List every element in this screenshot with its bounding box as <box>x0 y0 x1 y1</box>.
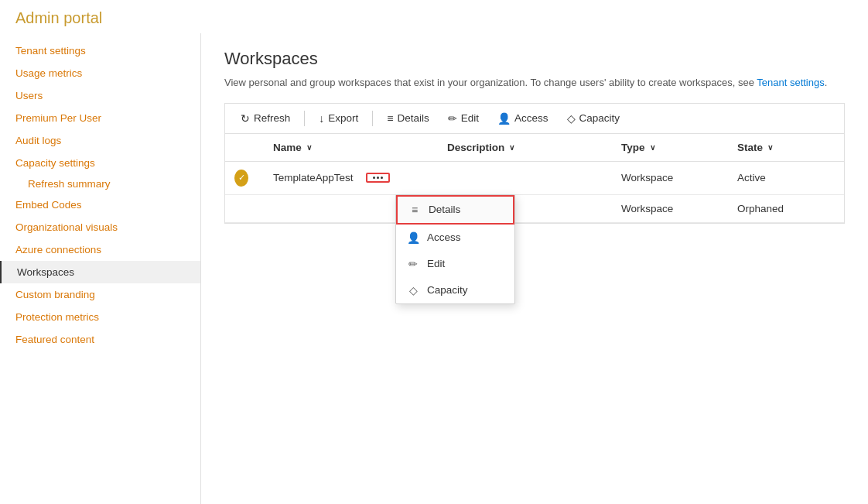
tenant-settings-link[interactable]: Tenant settings <box>757 77 824 88</box>
row2-state-cell: Orphaned <box>728 195 844 222</box>
refresh-button[interactable]: ↻ Refresh <box>233 108 298 129</box>
table-row: Workspace Orphaned <box>225 195 844 223</box>
sidebar-item-workspaces[interactable]: Workspaces <box>0 261 200 283</box>
sidebar-item-tenant-settings[interactable]: Tenant settings <box>0 39 200 62</box>
workspaces-table: Name ∨ Description ∨ Type ∨ State ∨ <box>224 133 845 224</box>
edit-icon: ✏ <box>448 112 457 125</box>
row1-state-cell: Active <box>728 162 844 194</box>
row2-type-cell: Workspace <box>612 195 728 222</box>
state-sort-icon: ∨ <box>767 143 773 152</box>
sidebar-item-custom-branding[interactable]: Custom branding <box>0 283 200 306</box>
capacity-menu-icon: ◇ <box>407 284 419 297</box>
toolbar-separator-2 <box>372 111 373 126</box>
dot1 <box>373 177 375 179</box>
page-title: Workspaces <box>224 49 845 69</box>
sidebar-item-usage-metrics[interactable]: Usage metrics <box>0 62 200 84</box>
details-menu-icon: ≡ <box>408 204 421 216</box>
table-row: ✓ TemplateAppTest Workspace Active <box>225 162 844 195</box>
row1-context-menu-trigger[interactable] <box>366 173 390 183</box>
main-content: Workspaces View personal and group works… <box>201 33 868 504</box>
app-header: Admin portal <box>0 0 868 33</box>
sidebar-item-organizational-visuals[interactable]: Organizational visuals <box>0 216 200 238</box>
access-button[interactable]: 👤 Access <box>490 108 556 129</box>
workspace-status-icon: ✓ <box>234 170 248 187</box>
export-button[interactable]: ↓ Export <box>311 108 366 129</box>
context-menu-item-access[interactable]: 👤 Access <box>396 225 514 251</box>
toolbar: ↻ Refresh ↓ Export ≡ Details ✏ Edit 👤 Ac… <box>224 103 845 133</box>
name-sort-icon: ∨ <box>306 143 312 152</box>
edit-button[interactable]: ✏ Edit <box>440 108 487 129</box>
context-menu-item-edit[interactable]: ✏ Edit <box>396 251 514 277</box>
page-description: View personal and group workspaces that … <box>224 75 845 91</box>
sidebar-item-embed-codes[interactable]: Embed Codes <box>0 194 200 216</box>
type-sort-icon: ∨ <box>650 143 655 152</box>
sidebar-item-users[interactable]: Users <box>0 84 200 107</box>
export-icon: ↓ <box>319 112 324 125</box>
main-layout: Tenant settings Usage metrics Users Prem… <box>0 33 868 504</box>
access-menu-icon: 👤 <box>407 231 419 244</box>
row1-type-cell: Workspace <box>612 162 728 194</box>
sidebar-item-capacity-settings[interactable]: Capacity settings <box>0 152 200 174</box>
table-header-state[interactable]: State ∨ <box>728 134 844 161</box>
dot2 <box>377 177 379 179</box>
table-header-name[interactable]: Name ∨ <box>264 134 438 161</box>
details-button[interactable]: ≡ Details <box>379 108 436 129</box>
access-icon: 👤 <box>497 112 511 125</box>
edit-menu-icon: ✏ <box>407 258 419 270</box>
table-header: Name ∨ Description ∨ Type ∨ State ∨ <box>225 134 844 162</box>
sidebar-item-audit-logs[interactable]: Audit logs <box>0 129 200 152</box>
context-menu-item-details[interactable]: ≡ Details <box>396 195 514 225</box>
toolbar-separator-1 <box>304 111 305 126</box>
sidebar-item-featured-content[interactable]: Featured content <box>0 328 200 351</box>
table-header-type[interactable]: Type ∨ <box>612 134 728 161</box>
sidebar-item-premium-per-user[interactable]: Premium Per User <box>0 107 200 129</box>
capacity-icon: ◇ <box>567 112 576 125</box>
table-header-description[interactable]: Description ∨ <box>438 134 612 161</box>
row1-desc-cell <box>438 162 612 194</box>
details-icon: ≡ <box>387 112 393 125</box>
app-title: Admin portal <box>15 9 102 26</box>
sidebar-item-protection-metrics[interactable]: Protection metrics <box>0 306 200 328</box>
row1-name-cell: TemplateAppTest <box>264 162 438 194</box>
sidebar-item-refresh-summary[interactable]: Refresh summary <box>0 174 200 194</box>
context-menu: ≡ Details 👤 Access ✏ Edit ◇ Capacity <box>395 194 515 304</box>
context-menu-item-capacity[interactable]: ◇ Capacity <box>396 277 514 303</box>
sidebar-item-azure-connections[interactable]: Azure connections <box>0 238 200 261</box>
row2-icon-cell <box>225 195 264 222</box>
sidebar: Tenant settings Usage metrics Users Prem… <box>0 33 201 504</box>
row1-icon-cell: ✓ <box>225 162 264 194</box>
description-sort-icon: ∨ <box>509 143 514 152</box>
dot3 <box>381 177 383 179</box>
refresh-icon: ↻ <box>241 112 250 125</box>
capacity-button[interactable]: ◇ Capacity <box>559 108 628 129</box>
table-header-checkbox <box>225 134 264 161</box>
